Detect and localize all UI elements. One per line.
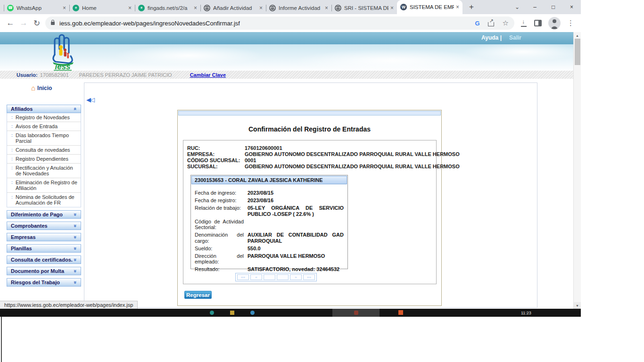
employee-field-value: AUXILIAR DE CONTABILIDAD GAD PARROQUIAL [248,232,344,244]
sidebar-menu-item[interactable]: Registro Dependientes [7,155,81,164]
sidebar-section-header[interactable]: Empresas » [7,233,81,241]
pager-button[interactable] [264,274,275,280]
forward-icon[interactable]: → [17,16,30,30]
ayuda-link[interactable]: Ayuda | [481,34,502,41]
salir-link[interactable]: Salir [509,34,521,41]
sidebar-menu-item[interactable]: Avisos de Entrada [7,122,81,131]
page-scrollbar[interactable]: ▲ ▼ [573,32,581,309]
inicio-link[interactable]: ⌂ Inicio [31,84,52,92]
taskbar-app-icon[interactable] [210,311,214,315]
scroll-down-icon[interactable]: ▼ [574,302,581,309]
bookmark-star-icon[interactable]: ☆ [503,19,509,27]
browser-tab[interactable]: fingads.net/s/2/a × [135,1,200,14]
sidebar-section-header[interactable]: Documento por Multa » [7,267,81,275]
profile-avatar[interactable] [548,17,561,29]
close-tab-icon[interactable]: × [128,5,132,11]
section-label: Planillas [11,246,32,251]
close-tab-icon[interactable]: × [456,4,459,10]
company-field-row: CÓDIGO SUCURSAL: 0001 [187,157,432,164]
sidebar-menu-item[interactable]: Nómina de Solicitudes de Acumulación de … [7,193,81,207]
browser-tab[interactable]: WhatsApp × [4,1,69,14]
browser-tab[interactable]: SISTEMA DE EMP × [397,0,462,14]
side-panel-icon[interactable] [534,20,542,26]
browser-tab[interactable]: Informe Actividad × [266,1,331,14]
minimize-button[interactable]: – [526,0,544,14]
bullet-icon [8,194,16,206]
sidebar-section-header[interactable]: Riesgos del Trabajo » [7,278,81,287]
sidebar-menu-item[interactable]: Eliminación de Registro de Afiliación [7,178,81,193]
chevron-down-icon: » [73,236,78,239]
share-icon[interactable] [487,19,495,27]
sidebar-section-header[interactable]: Comprobantes » [7,222,81,230]
main-content-frame: ◀◁ Confirmación del Registro de Entradas… [84,82,537,308]
download-icon[interactable] [520,19,528,27]
tab-title: fingads.net/s/2/a [148,5,192,11]
company-field-row: EMPRESA: GOBIERNO AUTONOMO DESCENTRALIZA… [187,151,432,157]
google-icon[interactable]: G [475,20,479,27]
chevron-down-icon: » [73,224,78,227]
pager-button[interactable]: »» [303,274,315,280]
browser-toolbar: ← → ↻ iess.gob.ec/empleador-web/pages/in… [0,14,581,32]
sidebar-section-header[interactable]: Consulta de certificados. » [7,255,81,264]
sidebar-menu-item[interactable]: Consulta de novedades [7,146,81,155]
tab-strip: WhatsApp × Home × fingads.net/s/2/a × [0,0,581,14]
inicio-label: Inicio [37,85,52,91]
pager-button[interactable] [277,274,289,280]
taskbar-app-icon[interactable] [250,311,255,315]
employee-field-label: Relación de trabajo: [195,205,248,217]
scroll-up-icon[interactable]: ▲ [574,32,581,39]
employee-header: 2300153653 - CORAL ZAVALA JESSICA KATHER… [191,176,347,184]
back-icon[interactable]: ← [4,16,17,30]
menu-item-label: Avisos de Entrada [16,123,58,129]
chevron-down-icon: » [73,258,78,261]
new-tab-button[interactable]: + [465,1,478,13]
menu-dots-icon[interactable]: ⋮ [567,19,574,27]
taskbar-app-icon[interactable] [398,310,403,315]
chevron-down-icon: » [73,213,78,216]
address-bar[interactable]: iess.gob.ec/empleador-web/pages/ingresoN… [45,16,514,30]
pager-button[interactable]: « [250,274,262,280]
sidebar-section-afiliados[interactable]: Afiliados « [7,105,81,113]
sidebar-section-header[interactable]: Diferimiento de Pago » [7,210,81,219]
browser-tab[interactable]: Home × [69,1,135,14]
employee-field-row: Dirección del empleado: PARROQUIA VALLE … [195,253,344,265]
collapse-sidebar-icon[interactable]: ◀◁ [86,96,94,103]
tab-search-icon[interactable]: ⌄ [509,0,526,14]
close-tab-icon[interactable]: × [390,5,394,11]
employee-field-label: Sueldo: [195,246,248,252]
usuario-name: PAREDES PERRAZO JAIME PATRICIO [79,72,172,78]
taskbar-app-icon[interactable] [230,311,234,315]
sidebar-section-header[interactable]: Planillas » [7,244,81,253]
section-label: Diferimiento de Pago [11,212,63,217]
close-window-button[interactable]: × [562,0,581,14]
browser-tab[interactable]: Añadir Actividad × [200,1,266,14]
chevron-up-icon: « [73,107,78,110]
close-tab-icon[interactable]: × [325,5,328,11]
reload-icon[interactable]: ↻ [30,16,43,30]
company-field-row: RUC: 1760120600001 [187,145,432,151]
field-label: RUC: [187,145,245,151]
url-text[interactable]: iess.gob.ec/empleador-web/pages/ingresoN… [59,20,240,27]
tab-favicon [7,5,14,11]
taskbar-active-app[interactable] [332,309,380,317]
close-tab-icon[interactable]: × [259,5,263,11]
cambiar-clave-link[interactable]: Cambiar Clave [190,72,226,78]
scrollbar-thumb[interactable] [575,39,580,65]
regresar-button[interactable]: Regresar [184,291,212,299]
sidebar-menu-item[interactable]: Registro de Novedades [7,113,81,122]
maximize-button[interactable]: □ [544,0,562,14]
menu-item-label: Nómina de Solicitudes de Acumulación de … [16,194,80,206]
close-tab-icon[interactable]: × [194,5,197,11]
chevron-down-icon: » [73,281,78,284]
pager-button[interactable]: » [290,274,302,280]
sidebar-menu-item[interactable]: Días laborados Tiempo Parcial [7,131,81,146]
close-tab-icon[interactable]: × [63,5,66,11]
browser-tab[interactable]: SRI - SISTEMA DE × [331,1,397,14]
usuario-id: 1708582901 [40,72,69,78]
page-viewport: Ayuda |Salir iess [0,32,581,309]
sidebar-menu-item[interactable]: Rectificación y Anulación de Novedades [7,164,81,178]
user-bar: Usuario: 1708582901 PAREDES PERRAZO JAIM… [0,71,573,79]
employee-field-label: Código de Actividad Sectorial: [195,219,248,230]
pager-button[interactable]: «« [237,274,249,280]
sidebar-sections: Diferimiento de Pago » Comprobantes » Em… [7,210,81,287]
